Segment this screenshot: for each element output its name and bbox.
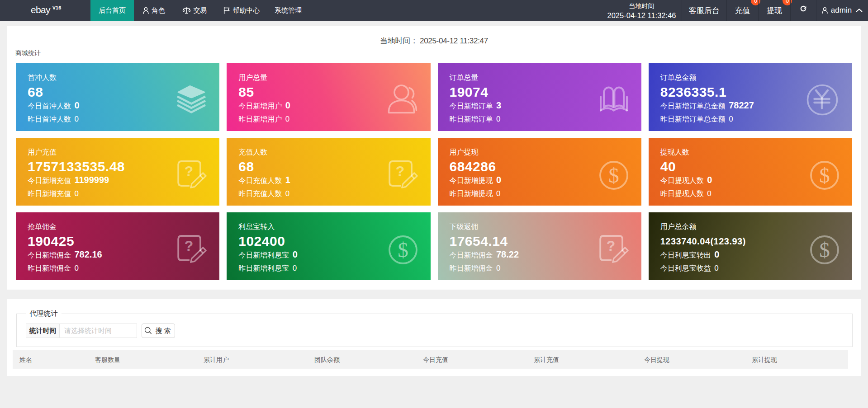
- svg-text:?: ?: [395, 163, 404, 179]
- svg-text:?: ?: [185, 238, 194, 254]
- svg-text:$: $: [819, 238, 830, 262]
- svg-text:?: ?: [185, 163, 194, 179]
- svg-text:?: ?: [606, 238, 615, 254]
- svg-text:$: $: [608, 164, 619, 187]
- svg-text:$: $: [398, 238, 408, 262]
- svg-text:$: $: [819, 164, 830, 187]
